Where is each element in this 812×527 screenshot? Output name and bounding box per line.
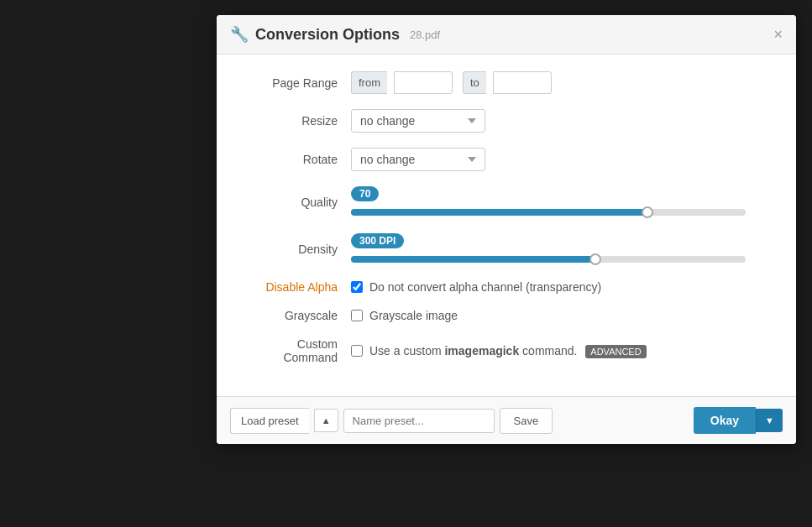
quality-slider-bg [351, 209, 746, 216]
close-button[interactable]: × [773, 27, 783, 42]
page-range-label: Page Range [242, 76, 351, 90]
grayscale-text: Grayscale image [369, 309, 458, 322]
advanced-badge: ADVANCED [585, 345, 646, 358]
resize-row: Resize no change 25% 50% 75% 100% 150% 2… [242, 109, 771, 133]
page-range-from-input[interactable] [394, 71, 453, 94]
custom-command-label: Custom Command [242, 337, 351, 364]
quality-row: Quality 70 [242, 186, 771, 218]
density-row: Density 300 DPI [242, 233, 771, 265]
quality-slider-wrapper: 70 [351, 186, 771, 218]
density-slider-wrapper: 300 DPI [351, 233, 771, 265]
modal-footer: Load preset ▲ Save Okay ▼ [217, 396, 796, 444]
disable-alpha-label: Disable Alpha [242, 280, 351, 294]
from-prefix: from [351, 71, 387, 94]
page-range-row: Page Range from to [242, 71, 771, 94]
quality-badge: 70 [351, 186, 379, 201]
density-badge: 300 DPI [351, 233, 404, 248]
grayscale-checkbox-group: Grayscale image [351, 309, 458, 322]
rotate-row: Rotate no change 90° 180° 270° [242, 148, 771, 171]
imagemagick-text: imagemagick [444, 344, 519, 357]
save-preset-button[interactable]: Save [500, 408, 553, 434]
grayscale-row: Grayscale Grayscale image [242, 309, 771, 322]
custom-command-text: Use a custom imagemagick command. ADVANC… [369, 344, 647, 357]
modal-title-text: Conversion Options [255, 26, 400, 44]
quality-slider-thumb[interactable] [642, 206, 653, 218]
disable-alpha-checkbox-group: Do not convert alpha channel (transparen… [351, 280, 601, 294]
modal-body: Page Range from to Resize no change 25% … [217, 55, 796, 396]
page-range-group: from to [351, 71, 552, 94]
load-preset-caret-button[interactable]: ▲ [314, 409, 338, 432]
density-slider-thumb[interactable] [589, 253, 601, 265]
quality-slider-fill [351, 209, 647, 216]
quality-track [351, 206, 771, 218]
footer-right: Okay ▼ [694, 407, 783, 434]
okay-button[interactable]: Okay [694, 407, 756, 434]
rotate-select[interactable]: no change 90° 180° 270° [351, 148, 485, 171]
disable-alpha-checkbox[interactable] [351, 281, 363, 293]
rotate-label: Rotate [242, 153, 351, 166]
modal-title-file: 28.pdf [410, 29, 440, 41]
grayscale-checkbox[interactable] [351, 310, 363, 321]
disable-alpha-text: Do not convert alpha channel (transparen… [369, 280, 601, 294]
footer-left: Load preset ▲ Save [230, 408, 553, 434]
custom-command-text-before: Use a custom [369, 344, 444, 357]
density-track [351, 253, 771, 265]
resize-select[interactable]: no change 25% 50% 75% 100% 150% 200% [351, 109, 485, 133]
custom-command-checkbox-group: Use a custom imagemagick command. ADVANC… [351, 344, 647, 357]
preset-name-input[interactable] [343, 409, 495, 433]
quality-label: Quality [242, 196, 351, 209]
density-slider-bg [351, 256, 746, 263]
custom-command-checkbox[interactable] [351, 345, 363, 357]
conversion-options-modal: 🔧 Conversion Options 28.pdf × Page Range… [217, 15, 796, 444]
custom-command-text-after: command. [519, 344, 577, 357]
modal-header: 🔧 Conversion Options 28.pdf × [217, 15, 796, 55]
resize-label: Resize [242, 114, 351, 128]
load-preset-button[interactable]: Load preset [230, 408, 309, 434]
grayscale-label: Grayscale [242, 309, 351, 322]
disable-alpha-row: Disable Alpha Do not convert alpha chann… [242, 280, 771, 294]
density-label: Density [242, 243, 351, 256]
custom-command-row: Custom Command Use a custom imagemagick … [242, 337, 771, 364]
modal-title: 🔧 Conversion Options 28.pdf [230, 25, 440, 44]
to-prefix: to [463, 71, 486, 94]
density-slider-fill [351, 256, 595, 263]
wrench-icon: 🔧 [230, 25, 249, 44]
page-range-to-input[interactable] [493, 71, 552, 94]
okay-caret-button[interactable]: ▼ [756, 409, 783, 432]
